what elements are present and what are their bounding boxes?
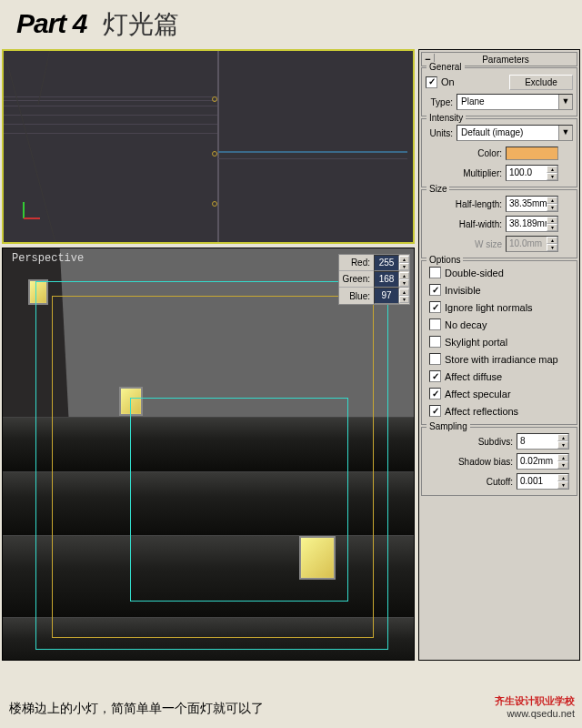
chevron-down-icon: ▼ xyxy=(558,126,572,140)
selection-inner xyxy=(130,398,348,602)
option-checkbox[interactable] xyxy=(429,370,441,382)
color-label: Color: xyxy=(426,148,506,158)
perspective-label: Perspective xyxy=(12,252,84,265)
w-size-input: 10.0mm ▴▾ xyxy=(506,236,558,252)
option-label: Store with irradiance map xyxy=(445,354,558,365)
spin-down-icon[interactable]: ▾ xyxy=(547,173,557,180)
parameters-panel: − Parameters General On Exclude Type: Pl… xyxy=(418,49,580,661)
option-label: Ignore light normals xyxy=(445,302,533,313)
header-title: 灯光篇 xyxy=(103,7,179,42)
type-label: Type: xyxy=(426,97,457,107)
green-up[interactable]: ▴ xyxy=(399,272,409,279)
type-dropdown[interactable]: Plane ▼ xyxy=(457,94,573,110)
option-checkbox[interactable] xyxy=(429,284,441,296)
w-size-label: W size xyxy=(426,239,506,249)
shadow-bias-label: Shadow bias: xyxy=(426,457,517,467)
on-checkbox[interactable] xyxy=(426,76,437,88)
spin-up-icon[interactable]: ▴ xyxy=(547,166,557,173)
option-checkbox[interactable] xyxy=(429,353,441,365)
blue-up[interactable]: ▴ xyxy=(399,288,409,296)
blue-input[interactable]: 97 xyxy=(374,288,399,304)
option-checkbox[interactable] xyxy=(429,301,441,313)
option-label: Affect specular xyxy=(445,389,511,399)
half-width-input[interactable]: 38.189mm ▴▾ xyxy=(506,216,558,232)
top-viewport[interactable] xyxy=(2,49,415,244)
option-label: Skylight portal xyxy=(445,337,507,348)
units-label: Units: xyxy=(426,128,457,138)
multiplier-label: Multiplier: xyxy=(426,168,506,178)
on-label: On xyxy=(441,76,455,87)
red-input[interactable]: 255 xyxy=(374,255,399,271)
color-swatch[interactable] xyxy=(506,147,558,160)
axis-gizmo-icon xyxy=(20,198,44,222)
option-checkbox[interactable] xyxy=(429,336,441,348)
green-input[interactable]: 168 xyxy=(374,271,399,288)
header-part: Part 4 xyxy=(16,8,86,39)
units-dropdown[interactable]: Default (image) ▼ xyxy=(457,125,573,141)
multiplier-input[interactable]: 100.0 ▴▾ xyxy=(506,165,558,181)
group-intensity: Intensity xyxy=(426,113,466,123)
caption: 楼梯边上的小灯，简简单单一个面灯就可以了 xyxy=(9,701,264,717)
option-label: Affect reflections xyxy=(445,406,518,417)
chevron-down-icon: ▼ xyxy=(558,95,572,109)
group-options: Options xyxy=(426,255,463,265)
group-sampling: Sampling xyxy=(426,421,470,431)
rgb-panel: Red: 255 ▴▾ Green: 168 ▴▾ Blue: 97 ▴▾ xyxy=(338,254,410,305)
green-label: Green: xyxy=(339,274,374,284)
red-up[interactable]: ▴ xyxy=(399,256,409,263)
subdivs-input[interactable]: 8 ▴▾ xyxy=(517,433,569,450)
green-down[interactable]: ▾ xyxy=(399,279,409,287)
blue-down[interactable]: ▾ xyxy=(399,296,409,303)
red-down[interactable]: ▾ xyxy=(399,263,409,270)
option-checkbox[interactable] xyxy=(429,267,441,278)
option-label: No decay xyxy=(445,319,487,330)
watermark: 齐生设计职业学校 www.qsedu.net xyxy=(495,694,575,719)
subdivs-label: Subdivs: xyxy=(426,437,517,447)
option-checkbox[interactable] xyxy=(429,318,441,330)
blue-label: Blue: xyxy=(339,291,374,301)
group-general: General xyxy=(426,62,465,72)
option-label: Double-sided xyxy=(445,268,504,278)
cutoff-label: Cutoff: xyxy=(426,477,517,487)
option-checkbox[interactable] xyxy=(429,405,441,417)
half-width-label: Half-width: xyxy=(426,219,506,229)
option-label: Invisible xyxy=(445,285,481,296)
half-length-input[interactable]: 38.35mm ▴▾ xyxy=(506,196,558,212)
option-checkbox[interactable] xyxy=(429,388,441,399)
red-label: Red: xyxy=(339,258,374,268)
group-size: Size xyxy=(426,184,449,194)
exclude-button[interactable]: Exclude xyxy=(509,75,573,90)
perspective-viewport[interactable]: Perspective Red: 255 ▴▾ xyxy=(2,248,415,661)
cutoff-input[interactable]: 0.001 ▴▾ xyxy=(517,473,569,490)
option-label: Affect diffuse xyxy=(445,371,502,382)
shadow-bias-input[interactable]: 0.02mm ▴▾ xyxy=(517,453,569,470)
half-length-label: Half-length: xyxy=(426,199,506,209)
